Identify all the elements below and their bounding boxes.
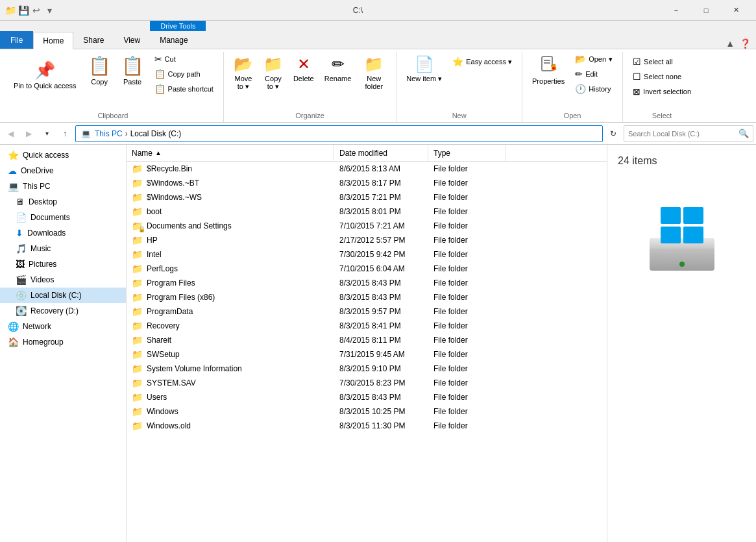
file-row[interactable]: 📁 SYSTEM.SAV 7/30/2015 8:23 PM File fold… <box>127 376 607 390</box>
sidebar-item-videos[interactable]: 🎬 Videos <box>0 272 126 288</box>
edit-button[interactable]: ✏ Edit <box>570 67 617 81</box>
app-icon: 📁 <box>5 5 16 16</box>
help-btn[interactable]: ❓ <box>740 38 751 49</box>
delete-button[interactable]: ✕ Delete <box>289 52 319 99</box>
file-row[interactable]: 📁 Recovery 8/3/2015 8:41 PM File folder <box>127 319 607 333</box>
properties-label: Properties <box>532 77 565 85</box>
paste-button[interactable]: 📋 Paste <box>117 52 149 99</box>
select-none-label: Select none <box>644 73 681 80</box>
ribbon-collapse-btn[interactable]: ▲ <box>726 38 735 49</box>
file-row[interactable]: 📁 Windows.old 8/3/2015 11:30 PM File fol… <box>127 419 607 433</box>
file-row[interactable]: 📁🔒 Documents and Settings 7/10/2015 7:21… <box>127 219 607 233</box>
onedrive-icon: ☁ <box>8 166 17 176</box>
file-row[interactable]: 📁 Program Files (x86) 8/3/2015 8:43 PM F… <box>127 290 607 304</box>
file-row[interactable]: 📁 boot 8/3/2015 8:01 PM File folder <box>127 204 607 219</box>
this-pc-icon: 💻 <box>8 181 19 191</box>
sidebar-item-homegroup[interactable]: 🏠 Homegroup <box>0 334 126 350</box>
file-row[interactable]: 📁 Program Files 8/3/2015 8:43 PM File fo… <box>127 276 607 290</box>
tab-file[interactable]: File <box>0 31 33 49</box>
file-type: File folder <box>428 320 506 332</box>
sidebar-item-downloads[interactable]: ⬇ Downloads <box>0 225 126 241</box>
file-name: Program Files (x86) <box>147 293 215 302</box>
back-button[interactable]: ◀ <box>3 126 18 142</box>
tab-manage[interactable]: Manage <box>150 31 206 49</box>
copy-button[interactable]: 📋 Copy <box>84 52 116 99</box>
pictures-icon: 🖼 <box>16 259 25 269</box>
new-folder-button[interactable]: 📁 Newfolder <box>357 52 391 99</box>
invert-selection-button[interactable]: ⊠ Invert selection <box>628 84 696 99</box>
select-none-button[interactable]: ☐ Select none <box>628 69 696 84</box>
copy-to-button[interactable]: 📁 Copyto ▾ <box>259 52 287 99</box>
file-row[interactable]: 📁 HP 2/17/2012 5:57 PM File folder <box>127 233 607 247</box>
file-row[interactable]: 📁 $Windows.~BT 8/3/2015 8:17 PM File fol… <box>127 176 607 190</box>
file-date: 8/3/2015 11:30 PM <box>334 420 428 432</box>
sidebar-item-onedrive[interactable]: ☁ OneDrive <box>0 163 126 179</box>
select-none-icon: ☐ <box>633 71 641 82</box>
pin-to-quick-access-button[interactable]: 📌 Pin to Quick access <box>8 52 82 99</box>
forward-button[interactable]: ▶ <box>21 126 36 142</box>
sidebar-item-quick-access[interactable]: ⭐ Quick access <box>0 147 126 163</box>
quick-save-icon[interactable]: 💾 <box>18 5 29 16</box>
file-row[interactable]: 📁 $Recycle.Bin 8/6/2015 8:13 AM File fol… <box>127 162 607 176</box>
sidebar-item-network[interactable]: 🌐 Network <box>0 319 126 334</box>
search-box[interactable]: 🔍 <box>624 125 753 142</box>
file-row[interactable]: 📁 SWSetup 7/31/2015 9:45 AM File folder <box>127 347 607 362</box>
move-to-button[interactable]: 📂 Moveto ▾ <box>229 52 258 99</box>
new-item-button[interactable]: 📄 New item ▾ <box>402 52 446 99</box>
properties-button[interactable]: Properties <box>528 52 569 99</box>
folder-icon: 📁 <box>132 192 143 203</box>
sidebar-item-local-disk-c[interactable]: 💿 Local Disk (C:) <box>0 288 126 303</box>
file-type: File folder <box>428 291 506 303</box>
copy-path-button[interactable]: 📋 Copy path <box>150 67 218 81</box>
sidebar-label-onedrive: OneDrive <box>21 166 54 175</box>
search-input[interactable] <box>628 130 738 138</box>
search-icon[interactable]: 🔍 <box>738 129 749 138</box>
col-header-date[interactable]: Date modified <box>334 145 428 161</box>
sidebar-item-music[interactable]: 🎵 Music <box>0 241 126 256</box>
sidebar-label-homegroup: Homegroup <box>23 338 64 347</box>
paste-label: Paste <box>123 78 141 86</box>
cut-button[interactable]: ✂ Cut <box>150 52 218 66</box>
file-row[interactable]: 📁 Shareit 8/4/2015 8:11 PM File folder <box>127 333 607 347</box>
undo-icon[interactable]: ↩ <box>31 5 42 16</box>
file-row[interactable]: 📁 Intel 7/30/2015 9:42 PM File folder <box>127 247 607 262</box>
file-type: File folder <box>428 163 506 175</box>
rename-button[interactable]: ✏ Rename <box>320 52 356 99</box>
sidebar-item-pictures[interactable]: 🖼 Pictures <box>0 256 126 272</box>
file-row[interactable]: 📁 $Windows.~WS 8/3/2015 7:21 PM File fol… <box>127 190 607 204</box>
history-icon: 🕐 <box>575 84 586 94</box>
open-button[interactable]: 📂 Open ▾ <box>570 52 617 66</box>
paste-shortcut-button[interactable]: 📋 Paste shortcut <box>150 82 218 96</box>
close-button[interactable]: ✕ <box>721 0 751 21</box>
file-row[interactable]: 📁 System Volume Information 8/3/2015 9:1… <box>127 362 607 376</box>
refresh-button[interactable]: ↻ <box>605 126 621 142</box>
dropdown-icon[interactable]: ▾ <box>44 5 55 16</box>
easy-access-label: Easy access ▾ <box>466 58 512 66</box>
select-all-button[interactable]: ☑ Select all <box>628 55 696 69</box>
up-button[interactable]: ↑ <box>57 126 73 142</box>
dropdown-recent-button[interactable]: ▾ <box>39 126 55 142</box>
address-path[interactable]: 💻 This PC › Local Disk (C:) <box>75 125 603 142</box>
sidebar-item-this-pc[interactable]: 💻 This PC <box>0 179 126 194</box>
tab-share[interactable]: Share <box>73 31 114 49</box>
path-local-disk[interactable]: Local Disk (C:) <box>130 129 182 138</box>
minimize-button[interactable]: − <box>661 0 691 21</box>
path-this-pc[interactable]: This PC <box>95 129 123 138</box>
tab-view[interactable]: View <box>114 31 150 49</box>
file-row[interactable]: 📁 Windows 8/3/2015 10:25 PM File folder <box>127 404 607 419</box>
sidebar-item-documents[interactable]: 📄 Documents <box>0 210 126 225</box>
tabs-row: File Home Share View Drive Tools Manage … <box>0 21 756 49</box>
svg-point-3 <box>552 67 555 69</box>
sidebar-item-recovery-d[interactable]: 💽 Recovery (D:) <box>0 303 126 319</box>
file-row[interactable]: 📁 ProgramData 8/3/2015 9:57 PM File fold… <box>127 304 607 319</box>
sidebar-item-desktop[interactable]: 🖥 Desktop <box>0 194 126 210</box>
col-header-type[interactable]: Type <box>428 145 506 161</box>
col-header-name[interactable]: Name ▲ <box>127 145 334 161</box>
tab-home[interactable]: Home <box>33 32 73 49</box>
col-type-label: Type <box>433 149 450 158</box>
maximize-button[interactable]: □ <box>691 0 721 21</box>
easy-access-button[interactable]: ⭐ Easy access ▾ <box>448 55 517 69</box>
history-button[interactable]: 🕐 History <box>570 82 617 96</box>
file-row[interactable]: 📁 PerfLogs 7/10/2015 6:04 AM File folder <box>127 262 607 276</box>
file-row[interactable]: 📁 Users 8/3/2015 8:43 PM File folder <box>127 390 607 404</box>
